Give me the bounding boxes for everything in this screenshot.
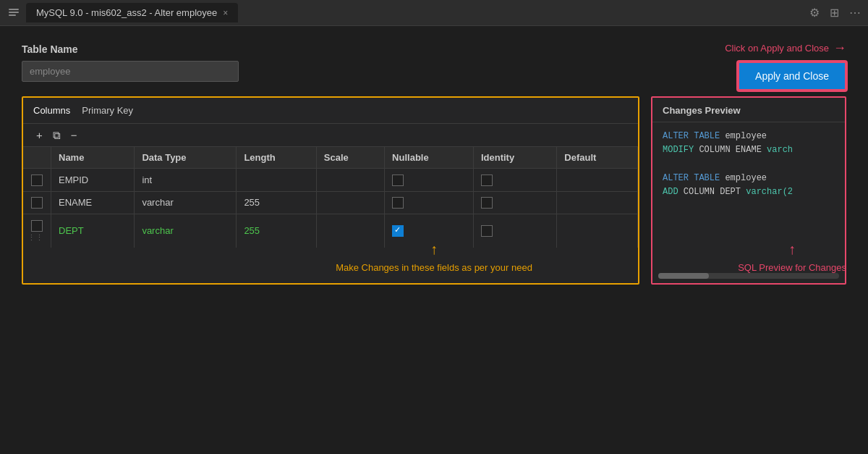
row-default-cell[interactable] <box>557 191 638 214</box>
row-length-cell[interactable] <box>237 169 316 192</box>
changes-preview-title: Changes Preview <box>652 98 845 122</box>
bottom-right-annotation-text: SQL Preview for Changes <box>738 262 846 273</box>
sql-add-type: varchar(2 <box>746 187 793 197</box>
columns-panel: Columns Primary Key + ⧉ − Name Data Type… <box>22 96 639 285</box>
title-bar-right: ⚙ ⊞ ⋯ <box>809 6 861 20</box>
horizontal-scrollbar[interactable] <box>658 273 839 279</box>
row-datatype-cell[interactable]: int <box>135 169 237 192</box>
nullable-checkbox[interactable] <box>392 197 404 209</box>
copy-column-button[interactable]: ⧉ <box>50 128 64 142</box>
apply-close-area: Click on Apply and Close → Apply and Clo… <box>725 41 846 91</box>
sql-keyword-alter: ALTER TABLE <box>663 131 720 141</box>
scrollbar-thumb[interactable] <box>658 273 709 279</box>
table-name-input[interactable] <box>22 61 239 82</box>
identity-checkbox[interactable] <box>481 175 493 186</box>
mysql-icon <box>7 7 20 20</box>
row-length-cell[interactable]: 255 <box>237 191 316 214</box>
row-checkbox-cell: ⋮⋮ <box>23 214 51 248</box>
identity-checkbox[interactable] <box>481 225 493 237</box>
row-default-cell[interactable] <box>557 169 638 192</box>
sql-add-keyword: ADD <box>663 187 678 197</box>
table-header-row: Name Data Type Length Scale Nullable Ide… <box>23 147 638 169</box>
sql-keyword-alter2: ALTER TABLE <box>663 173 720 183</box>
bottom-center-annotation: ↑ Make Changes in these fields as per yo… <box>336 241 532 273</box>
row-nullable-cell <box>385 169 474 192</box>
bottom-right-annotation: ↑ SQL Preview for Changes <box>738 241 846 273</box>
row-identity-cell <box>473 169 556 192</box>
row-select-checkbox[interactable] <box>31 197 43 209</box>
col-header-scale: Scale <box>316 147 384 169</box>
nullable-checkbox[interactable] <box>392 175 404 186</box>
sql-add-detail: COLUMN DEPT <box>684 187 746 197</box>
col-header-checkbox <box>23 147 51 169</box>
bottom-arrow-up-icon: ↑ <box>336 241 532 258</box>
apply-close-annotation: Click on Apply and Close → <box>725 41 846 56</box>
annotation-arrow-right: → <box>833 41 846 56</box>
table-name-label: Table Name <box>22 43 846 55</box>
apply-annotation-text: Click on Apply and Close <box>725 43 829 54</box>
bottom-right-arrow-up-icon: ↑ <box>738 241 846 258</box>
columns-table: Name Data Type Length Scale Nullable Ide… <box>23 147 638 248</box>
tab-title: MySQL 9.0 - mis602_ass2 - Alter employee <box>36 7 217 18</box>
row-scale-cell[interactable] <box>316 191 384 214</box>
add-column-button[interactable]: + <box>33 128 46 142</box>
col-header-default: Default <box>557 147 638 169</box>
row-datatype-cell[interactable]: varchar <box>135 214 237 248</box>
identity-checkbox[interactable] <box>481 197 493 209</box>
row-name-cell[interactable]: DEPT <box>51 214 135 248</box>
row-checkbox-cell <box>23 169 51 192</box>
apply-close-button[interactable]: Apply and Close <box>738 62 846 91</box>
row-identity-cell <box>473 191 556 214</box>
col-header-length: Length <box>237 147 316 169</box>
tab-close-icon[interactable]: × <box>223 8 228 18</box>
main-content: Click on Apply and Close → Apply and Clo… <box>0 26 868 302</box>
sql-modify-keyword: MODIFY <box>663 145 694 155</box>
sql-line-4: ADD COLUMN DEPT varchar(2 <box>663 185 835 199</box>
layout-icon[interactable]: ⊞ <box>830 6 839 20</box>
sql-modify-detail: COLUMN ENAME <box>699 145 767 155</box>
row-nullable-cell <box>385 191 474 214</box>
row-select-checkbox[interactable] <box>31 220 43 232</box>
tab-primary-key[interactable]: Primary Key <box>82 105 133 117</box>
table-row: EMPID int <box>23 169 638 192</box>
panel-toolbar: + ⧉ − <box>23 124 638 147</box>
svg-rect-1 <box>9 9 19 10</box>
sql-line-2: MODIFY COLUMN ENAME varch <box>663 143 835 157</box>
sql-table-name: employee <box>725 131 767 141</box>
settings-icon[interactable]: ⚙ <box>809 6 820 20</box>
drag-handle-icon[interactable]: ⋮⋮ <box>27 233 43 242</box>
row-name-cell[interactable]: ENAME <box>51 191 135 214</box>
table-row: ENAME varchar 255 <box>23 191 638 214</box>
table-name-section: Table Name <box>22 43 846 82</box>
table-row: ⋮⋮ DEPT varchar 255 <box>23 214 638 248</box>
tab-columns[interactable]: Columns <box>33 105 70 117</box>
sql-modify-type: varch <box>767 145 793 155</box>
nullable-checkbox-checked[interactable] <box>392 225 404 237</box>
bottom-annotation-text: Make Changes in these fields as per your… <box>336 262 532 273</box>
title-bar: MySQL 9.0 - mis602_ass2 - Alter employee… <box>0 0 868 26</box>
more-icon[interactable]: ⋯ <box>849 6 861 20</box>
row-default-cell[interactable] <box>557 214 638 248</box>
title-tab[interactable]: MySQL 9.0 - mis602_ass2 - Alter employee… <box>26 3 238 22</box>
row-select-checkbox[interactable] <box>31 175 43 186</box>
sql-line-1: ALTER TABLE employee <box>663 130 835 143</box>
col-header-datatype: Data Type <box>135 147 237 169</box>
panel-tabs: Columns Primary Key <box>23 98 638 124</box>
sql-line-3: ALTER TABLE employee <box>663 172 835 185</box>
row-length-cell[interactable]: 255 <box>237 214 316 248</box>
remove-column-button[interactable]: − <box>68 128 80 142</box>
col-header-nullable: Nullable <box>385 147 474 169</box>
title-bar-left: MySQL 9.0 - mis602_ass2 - Alter employee… <box>7 3 238 22</box>
row-checkbox-cell <box>23 191 51 214</box>
col-header-name: Name <box>51 147 135 169</box>
row-datatype-cell[interactable]: varchar <box>135 191 237 214</box>
svg-rect-2 <box>9 12 19 13</box>
col-header-identity: Identity <box>473 147 556 169</box>
svg-rect-3 <box>9 14 16 16</box>
row-name-cell[interactable]: EMPID <box>51 169 135 192</box>
sql-table-name2: employee <box>725 173 767 183</box>
row-scale-cell[interactable] <box>316 169 384 192</box>
